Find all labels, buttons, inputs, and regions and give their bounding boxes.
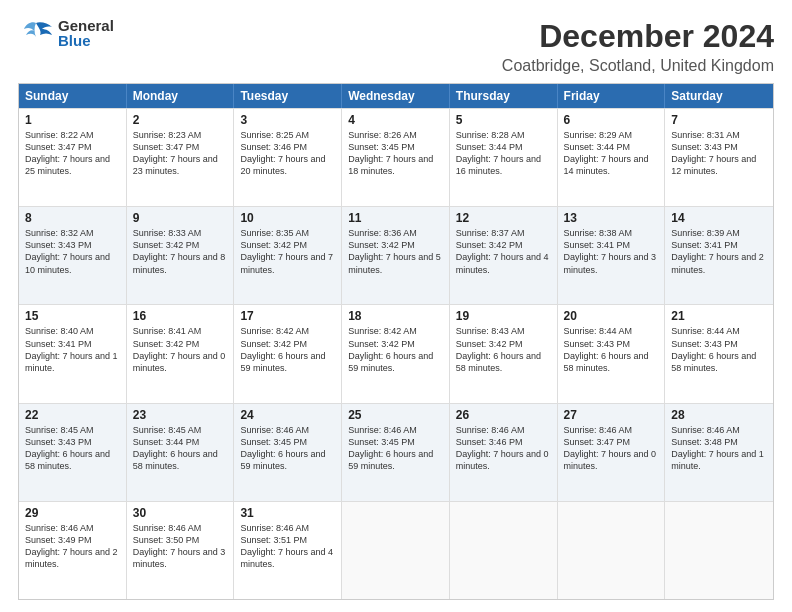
calendar-header: SundayMondayTuesdayWednesdayThursdayFrid… [19, 84, 773, 108]
day-number: 31 [240, 506, 335, 520]
cell-details: Sunrise: 8:36 AM Sunset: 3:42 PM Dayligh… [348, 227, 443, 276]
cell-details: Sunrise: 8:29 AM Sunset: 3:44 PM Dayligh… [564, 129, 659, 178]
cell-details: Sunrise: 8:44 AM Sunset: 3:43 PM Dayligh… [564, 325, 659, 374]
day-number: 23 [133, 408, 228, 422]
cell-details: Sunrise: 8:46 AM Sunset: 3:50 PM Dayligh… [133, 522, 228, 571]
main-title: December 2024 [502, 18, 774, 55]
header: General Blue December 2024 Coatbridge, S… [18, 18, 774, 75]
day-number: 1 [25, 113, 120, 127]
cal-header-day: Tuesday [234, 84, 342, 108]
cal-header-day: Sunday [19, 84, 127, 108]
cell-details: Sunrise: 8:46 AM Sunset: 3:45 PM Dayligh… [240, 424, 335, 473]
cell-details: Sunrise: 8:44 AM Sunset: 3:43 PM Dayligh… [671, 325, 767, 374]
calendar-cell: 9Sunrise: 8:33 AM Sunset: 3:42 PM Daylig… [127, 207, 235, 304]
day-number: 11 [348, 211, 443, 225]
calendar-cell: 4Sunrise: 8:26 AM Sunset: 3:45 PM Daylig… [342, 109, 450, 206]
calendar-cell: 17Sunrise: 8:42 AM Sunset: 3:42 PM Dayli… [234, 305, 342, 402]
cell-details: Sunrise: 8:45 AM Sunset: 3:44 PM Dayligh… [133, 424, 228, 473]
calendar-cell: 14Sunrise: 8:39 AM Sunset: 3:41 PM Dayli… [665, 207, 773, 304]
calendar-cell: 23Sunrise: 8:45 AM Sunset: 3:44 PM Dayli… [127, 404, 235, 501]
day-number: 26 [456, 408, 551, 422]
cell-details: Sunrise: 8:37 AM Sunset: 3:42 PM Dayligh… [456, 227, 551, 276]
calendar-cell: 11Sunrise: 8:36 AM Sunset: 3:42 PM Dayli… [342, 207, 450, 304]
subtitle: Coatbridge, Scotland, United Kingdom [502, 57, 774, 75]
cell-details: Sunrise: 8:43 AM Sunset: 3:42 PM Dayligh… [456, 325, 551, 374]
calendar-body: 1Sunrise: 8:22 AM Sunset: 3:47 PM Daylig… [19, 108, 773, 599]
calendar-cell: 20Sunrise: 8:44 AM Sunset: 3:43 PM Dayli… [558, 305, 666, 402]
calendar-cell [450, 502, 558, 599]
calendar-cell: 2Sunrise: 8:23 AM Sunset: 3:47 PM Daylig… [127, 109, 235, 206]
cell-details: Sunrise: 8:25 AM Sunset: 3:46 PM Dayligh… [240, 129, 335, 178]
calendar: SundayMondayTuesdayWednesdayThursdayFrid… [18, 83, 774, 600]
day-number: 13 [564, 211, 659, 225]
day-number: 25 [348, 408, 443, 422]
calendar-cell [665, 502, 773, 599]
day-number: 28 [671, 408, 767, 422]
calendar-cell [558, 502, 666, 599]
cal-header-day: Thursday [450, 84, 558, 108]
cell-details: Sunrise: 8:41 AM Sunset: 3:42 PM Dayligh… [133, 325, 228, 374]
calendar-cell: 28Sunrise: 8:46 AM Sunset: 3:48 PM Dayli… [665, 404, 773, 501]
cell-details: Sunrise: 8:35 AM Sunset: 3:42 PM Dayligh… [240, 227, 335, 276]
day-number: 10 [240, 211, 335, 225]
calendar-cell: 1Sunrise: 8:22 AM Sunset: 3:47 PM Daylig… [19, 109, 127, 206]
calendar-cell: 29Sunrise: 8:46 AM Sunset: 3:49 PM Dayli… [19, 502, 127, 599]
day-number: 8 [25, 211, 120, 225]
logo-blue: Blue [58, 33, 114, 48]
cell-details: Sunrise: 8:40 AM Sunset: 3:41 PM Dayligh… [25, 325, 120, 374]
calendar-cell: 16Sunrise: 8:41 AM Sunset: 3:42 PM Dayli… [127, 305, 235, 402]
day-number: 30 [133, 506, 228, 520]
day-number: 6 [564, 113, 659, 127]
logo: General Blue [18, 18, 114, 48]
calendar-row: 22Sunrise: 8:45 AM Sunset: 3:43 PM Dayli… [19, 403, 773, 501]
cell-details: Sunrise: 8:42 AM Sunset: 3:42 PM Dayligh… [348, 325, 443, 374]
day-number: 7 [671, 113, 767, 127]
cell-details: Sunrise: 8:46 AM Sunset: 3:48 PM Dayligh… [671, 424, 767, 473]
day-number: 18 [348, 309, 443, 323]
calendar-cell: 27Sunrise: 8:46 AM Sunset: 3:47 PM Dayli… [558, 404, 666, 501]
calendar-cell: 30Sunrise: 8:46 AM Sunset: 3:50 PM Dayli… [127, 502, 235, 599]
calendar-cell: 24Sunrise: 8:46 AM Sunset: 3:45 PM Dayli… [234, 404, 342, 501]
calendar-cell: 12Sunrise: 8:37 AM Sunset: 3:42 PM Dayli… [450, 207, 558, 304]
cell-details: Sunrise: 8:46 AM Sunset: 3:47 PM Dayligh… [564, 424, 659, 473]
page: General Blue December 2024 Coatbridge, S… [0, 0, 792, 612]
calendar-row: 15Sunrise: 8:40 AM Sunset: 3:41 PM Dayli… [19, 304, 773, 402]
day-number: 19 [456, 309, 551, 323]
calendar-cell: 31Sunrise: 8:46 AM Sunset: 3:51 PM Dayli… [234, 502, 342, 599]
day-number: 27 [564, 408, 659, 422]
calendar-cell: 3Sunrise: 8:25 AM Sunset: 3:46 PM Daylig… [234, 109, 342, 206]
cell-details: Sunrise: 8:46 AM Sunset: 3:51 PM Dayligh… [240, 522, 335, 571]
cal-header-day: Wednesday [342, 84, 450, 108]
logo-text: General Blue [58, 18, 114, 48]
day-number: 9 [133, 211, 228, 225]
calendar-cell: 6Sunrise: 8:29 AM Sunset: 3:44 PM Daylig… [558, 109, 666, 206]
calendar-cell: 7Sunrise: 8:31 AM Sunset: 3:43 PM Daylig… [665, 109, 773, 206]
day-number: 14 [671, 211, 767, 225]
calendar-row: 29Sunrise: 8:46 AM Sunset: 3:49 PM Dayli… [19, 501, 773, 599]
calendar-cell: 25Sunrise: 8:46 AM Sunset: 3:45 PM Dayli… [342, 404, 450, 501]
day-number: 20 [564, 309, 659, 323]
logo-general: General [58, 18, 114, 33]
cell-details: Sunrise: 8:28 AM Sunset: 3:44 PM Dayligh… [456, 129, 551, 178]
cell-details: Sunrise: 8:46 AM Sunset: 3:46 PM Dayligh… [456, 424, 551, 473]
day-number: 3 [240, 113, 335, 127]
day-number: 4 [348, 113, 443, 127]
logo-bird-icon [18, 19, 54, 47]
calendar-cell: 26Sunrise: 8:46 AM Sunset: 3:46 PM Dayli… [450, 404, 558, 501]
calendar-cell: 18Sunrise: 8:42 AM Sunset: 3:42 PM Dayli… [342, 305, 450, 402]
cell-details: Sunrise: 8:33 AM Sunset: 3:42 PM Dayligh… [133, 227, 228, 276]
calendar-row: 1Sunrise: 8:22 AM Sunset: 3:47 PM Daylig… [19, 108, 773, 206]
calendar-cell: 22Sunrise: 8:45 AM Sunset: 3:43 PM Dayli… [19, 404, 127, 501]
calendar-row: 8Sunrise: 8:32 AM Sunset: 3:43 PM Daylig… [19, 206, 773, 304]
cal-header-day: Saturday [665, 84, 773, 108]
cell-details: Sunrise: 8:23 AM Sunset: 3:47 PM Dayligh… [133, 129, 228, 178]
cal-header-day: Monday [127, 84, 235, 108]
day-number: 5 [456, 113, 551, 127]
calendar-cell: 10Sunrise: 8:35 AM Sunset: 3:42 PM Dayli… [234, 207, 342, 304]
cell-details: Sunrise: 8:45 AM Sunset: 3:43 PM Dayligh… [25, 424, 120, 473]
day-number: 15 [25, 309, 120, 323]
day-number: 29 [25, 506, 120, 520]
day-number: 17 [240, 309, 335, 323]
day-number: 16 [133, 309, 228, 323]
calendar-cell [342, 502, 450, 599]
